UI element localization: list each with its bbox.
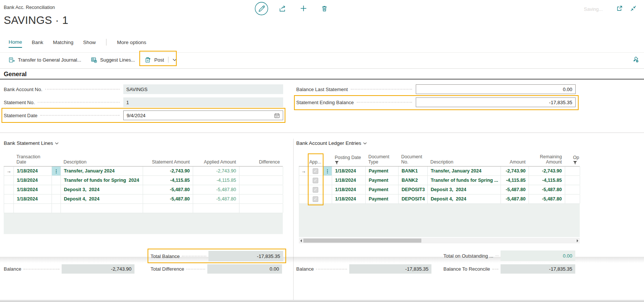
- statement-line-row[interactable]: 1/18/2024 Deposit 3, 2024 -5,487.80 -5,4…: [4, 185, 283, 194]
- balance-to-reconcile-row: Balance To Reconcile -17,835.35: [443, 264, 575, 274]
- row-marker-cell: [4, 176, 14, 185]
- open-cell: [565, 176, 580, 185]
- bank-account-no-value[interactable]: SAVINGS: [123, 84, 283, 94]
- transaction-date-column-header[interactable]: Transaction Date: [13, 154, 52, 166]
- statement-date-field-row: Statement Date 9/4/2024: [4, 110, 283, 120]
- statement-line-row[interactable]: → 1/18/2024 Transfer, January 2024 -2,74…: [4, 166, 283, 176]
- ledger-balance-value: -17,835.35: [349, 264, 431, 274]
- difference-cell: [239, 176, 283, 185]
- open-in-new-window-button[interactable]: [616, 5, 623, 12]
- scrollbar-thumb[interactable]: [303, 239, 421, 243]
- suggest-lines-action[interactable]: Suggest Lines...: [91, 53, 135, 67]
- unpin-icon: [632, 56, 639, 63]
- chevron-down-icon[interactable]: [173, 59, 177, 61]
- new-button[interactable]: [300, 5, 307, 12]
- applied-checkbox[interactable]: [313, 178, 318, 183]
- description-cell: Transfer, January 2024: [61, 166, 143, 175]
- ledger-entry-row[interactable]: 1/18/2024 Payment DEPOSIT4 Deposit 4, 20…: [299, 194, 580, 204]
- total-balance-label: Total Balance: [151, 253, 180, 259]
- horizontal-scrollbar[interactable]: [299, 238, 580, 243]
- statement-date-value: 9/4/2024: [127, 113, 146, 118]
- ledger-entry-row[interactable]: → 1/18/2024 Payment BANK1 Transfer, Janu…: [299, 166, 580, 176]
- pencil-icon: [254, 1, 269, 16]
- posting-date-column-header[interactable]: Posting Date: [332, 155, 365, 166]
- row-menu-button[interactable]: [323, 166, 332, 175]
- open-column-header[interactable]: Op: [565, 155, 580, 166]
- applied-cell: [308, 185, 323, 194]
- general-section-heading[interactable]: General: [4, 71, 27, 78]
- description-cell: Transfer of funds for Spring 2024: [61, 176, 143, 185]
- page-title: SAVINGS · 1: [4, 14, 68, 27]
- statement-date-input[interactable]: 9/4/2024: [123, 110, 283, 120]
- transaction-date-cell: 1/18/2024: [14, 194, 52, 203]
- statement-line-row[interactable]: 1/18/2024 Transfer of funds for Spring 2…: [4, 176, 283, 185]
- row-menu-button[interactable]: [52, 166, 61, 175]
- statement-amount-column-header[interactable]: Statement Amount: [143, 159, 193, 166]
- delete-button[interactable]: [321, 5, 328, 12]
- applied-column-header[interactable]: App...: [308, 159, 323, 166]
- dotted-leader: [40, 115, 120, 116]
- tab-matching[interactable]: Matching: [53, 40, 74, 47]
- applied-cell: [308, 194, 323, 203]
- statement-line-empty-row[interactable]: [4, 204, 283, 213]
- statement-no-field-row: Statement No. 1: [4, 97, 283, 107]
- transfer-label: Transfer to General Journal...: [18, 57, 81, 63]
- menu-tab-bar: Home Bank Matching Show More options: [9, 39, 146, 48]
- document-type-cell: Payment: [366, 166, 399, 175]
- edit-button[interactable]: [254, 1, 269, 16]
- tab-home[interactable]: Home: [9, 39, 22, 48]
- total-balance-value: -17,835.35: [208, 251, 283, 261]
- scroll-right-arrow[interactable]: [577, 239, 578, 242]
- balance-last-statement-field-row: Balance Last Statement 0.00: [296, 84, 576, 94]
- document-no-cell: DEPOSIT4: [399, 194, 428, 203]
- applied-cell: [308, 166, 323, 175]
- statement-line-row[interactable]: 1/18/2024 Deposit 4, 2024 -5,487.80 -5,4…: [4, 194, 283, 204]
- tab-show[interactable]: Show: [83, 40, 96, 47]
- row-menu-cell: [52, 185, 61, 194]
- balance-last-statement-input[interactable]: 0.00: [416, 84, 576, 94]
- bank-account-ledger-entries-title[interactable]: Bank Account Ledger Entries: [296, 140, 367, 146]
- bank-account-ledger-entries-label: Bank Account Ledger Entries: [296, 140, 361, 146]
- document-type-column-header[interactable]: Document Type: [365, 154, 398, 166]
- transaction-date-cell: 1/18/2024: [14, 176, 52, 185]
- dotted-leader: [496, 255, 498, 256]
- balance-value: -2,743.90: [62, 264, 134, 274]
- ledger-entry-row[interactable]: 1/18/2024 Payment DEPOSIT3 Deposit 3, 20…: [299, 185, 580, 194]
- description-column-header[interactable]: Description: [427, 159, 501, 166]
- amount-cell: -2,743.90: [501, 166, 529, 175]
- balance-last-statement-label: Balance Last Statement: [296, 87, 348, 92]
- transfer-to-general-journal-action[interactable]: Transfer to General Journal...: [9, 53, 81, 67]
- applied-checkbox[interactable]: [313, 187, 318, 193]
- statement-no-value[interactable]: 1: [123, 97, 283, 107]
- balance-to-reconcile-label: Balance To Reconcile: [443, 266, 490, 272]
- document-no-column-header[interactable]: Document No.: [398, 154, 427, 166]
- open-cell: [565, 194, 580, 203]
- ledger-entry-row[interactable]: 1/18/2024 Payment BANK2 Transfer of fund…: [299, 176, 580, 185]
- remaining-amount-column-header[interactable]: Remaining Amount: [529, 154, 565, 166]
- dotted-leader: [45, 89, 120, 90]
- description-cell: Deposit 3, 2024: [428, 185, 501, 194]
- share-button[interactable]: [279, 5, 286, 12]
- description-column-header[interactable]: Description: [61, 159, 143, 166]
- applied-checkbox[interactable]: [313, 196, 318, 202]
- post-icon: [145, 57, 151, 63]
- bank-statement-lines-title[interactable]: Bank Statement Lines: [4, 140, 59, 146]
- row-marker-cell: [4, 185, 14, 194]
- applied-checkbox[interactable]: [313, 168, 318, 174]
- ledger-balance-row: Balance -17,835.35: [296, 264, 431, 274]
- statement-ending-balance-input[interactable]: -17,835.35: [416, 97, 576, 107]
- post-action[interactable]: Post: [145, 53, 177, 67]
- dotted-leader: [492, 269, 498, 270]
- scroll-left-arrow[interactable]: [300, 239, 302, 242]
- unpin-button[interactable]: [632, 56, 639, 63]
- collapse-button[interactable]: [630, 5, 637, 12]
- window-bottom-edge: [0, 300, 644, 302]
- trash-icon: [321, 5, 328, 12]
- amount-column-header[interactable]: Amount: [501, 159, 529, 166]
- tab-bank[interactable]: Bank: [32, 40, 43, 47]
- statement-amount-cell: -5,487.80: [143, 185, 193, 194]
- difference-column-header[interactable]: Difference: [239, 159, 283, 166]
- more-options[interactable]: More options: [117, 40, 146, 47]
- applied-amount-column-header[interactable]: Applied Amount: [193, 159, 239, 166]
- calendar-icon[interactable]: [274, 113, 280, 118]
